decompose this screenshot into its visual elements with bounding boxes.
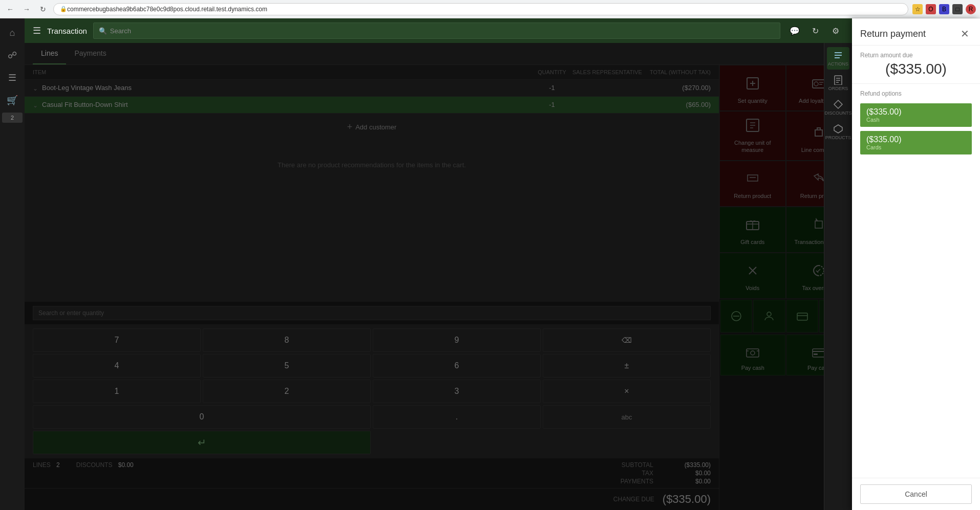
refund-option-cash-amount: ($335.00) — [866, 107, 966, 117]
right-sidebar: ACTIONS ORDERS DISCOUNTS PRODUCTS — [824, 43, 852, 510]
back-button[interactable]: ← — [4, 3, 16, 15]
left-sidebar: ⌂ ☍ ☰ 🛒 2 — [0, 18, 25, 510]
sidebar-discounts-icon[interactable]: DISCOUNTS — [827, 96, 849, 119]
cancel-button[interactable]: Cancel — [860, 484, 972, 504]
sidebar-cart-icon[interactable]: 🛒 — [2, 90, 23, 110]
refund-options-label: Refund options — [852, 84, 980, 101]
url-bar[interactable]: 🔒 commercebugbashea9b6abc78e0c9d8pos.clo… — [53, 3, 908, 15]
settings-button[interactable]: ⚙ — [827, 23, 844, 39]
chat-button[interactable]: 💬 — [786, 23, 803, 39]
refund-option-cash[interactable]: ($335.00) Cash — [860, 103, 972, 127]
ext-icon1[interactable]: O — [926, 4, 936, 14]
ext-icon2[interactable]: B — [939, 4, 949, 14]
sidebar-menu-icon[interactable]: ☰ — [2, 68, 23, 88]
return-amount-value: ($335.00) — [860, 61, 972, 77]
return-payment-panel: Return payment ✕ Return amount due ($335… — [852, 18, 980, 510]
refund-option-cash-type: Cash — [866, 117, 966, 123]
refund-option-cards-type: Cards — [866, 144, 966, 150]
products-label: PRODUCTS — [825, 135, 851, 140]
browser-chrome: ← → ↻ 🔒 commercebugbashea9b6abc78e0c9d8p… — [0, 0, 980, 18]
return-panel-title: Return payment — [860, 29, 926, 39]
return-panel-footer: Cancel — [852, 478, 980, 510]
orders-label: ORDERS — [828, 86, 848, 91]
search-icon: 🔍 — [99, 27, 107, 35]
sidebar-badge: 2 — [2, 113, 23, 123]
user-icon[interactable]: R — [966, 4, 976, 14]
app-container: ⌂ ☍ ☰ 🛒 2 ☰ Transaction 🔍 Search 💬 ↻ ⚙ L… — [0, 18, 980, 510]
sidebar-orders-icon[interactable]: ORDERS — [827, 72, 849, 94]
app-topbar: ☰ Transaction 🔍 Search 💬 ↻ ⚙ — [25, 18, 852, 43]
app-title: Transaction — [47, 27, 87, 35]
hamburger-button[interactable]: ☰ — [33, 25, 41, 36]
refund-option-cards[interactable]: ($335.00) Cards — [860, 131, 972, 154]
return-amount-section: Return amount due ($335.00) — [852, 46, 980, 84]
actions-label: ACTIONS — [828, 61, 848, 66]
overlay — [25, 43, 824, 510]
sidebar-home-icon[interactable]: ⌂ — [2, 23, 23, 43]
refresh-button[interactable]: ↻ — [807, 23, 823, 39]
search-placeholder: Search — [110, 27, 131, 35]
sidebar-actions-icon[interactable]: ACTIONS — [827, 47, 849, 70]
search-bar[interactable]: 🔍 Search — [93, 23, 780, 39]
url-text: commercebugbashea9b6abc78e0c9d8pos.cloud… — [67, 6, 267, 13]
return-amount-label: Return amount due — [860, 52, 972, 59]
discounts-label: DISCOUNTS — [825, 110, 852, 116]
forward-button[interactable]: → — [20, 3, 33, 15]
reload-button[interactable]: ↻ — [37, 3, 49, 15]
topbar-actions: 💬 ↻ ⚙ — [786, 23, 844, 39]
browser-icons: ☆ O B □ R — [912, 4, 976, 14]
return-panel-close-button[interactable]: ✕ — [957, 27, 972, 41]
sidebar-search-icon[interactable]: ☍ — [2, 45, 23, 65]
sidebar-products-icon[interactable]: PRODUCTS — [827, 121, 849, 143]
return-panel-header: Return payment ✕ — [852, 18, 980, 46]
ext-icon3[interactable]: □ — [952, 4, 963, 14]
refund-option-cards-amount: ($335.00) — [866, 135, 966, 144]
star-icon[interactable]: ☆ — [912, 4, 923, 14]
